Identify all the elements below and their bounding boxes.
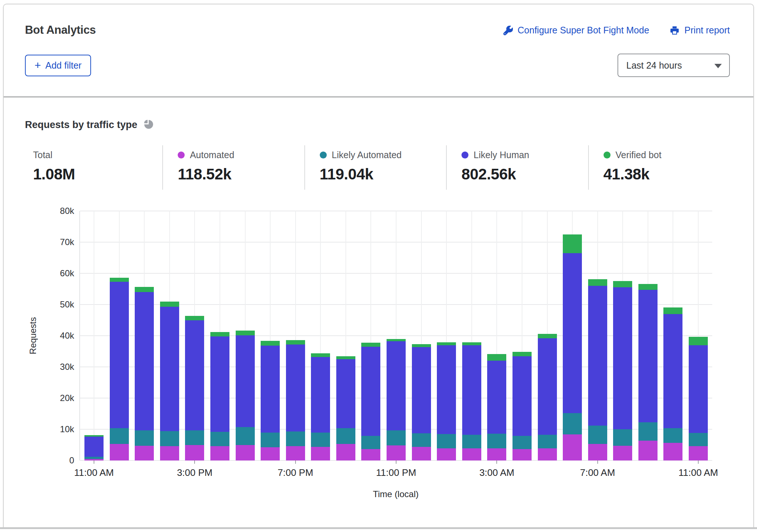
- bar-segment-likely-automated: [689, 433, 708, 446]
- requests-section: Requests by traffic type Total 1.08M Aut…: [4, 98, 753, 499]
- bar-7:00 PM: [286, 211, 305, 460]
- bar-5:00 AM: [538, 211, 557, 460]
- bar-segment-likely-human: [210, 336, 229, 432]
- bar-segment-verified-bot: [361, 343, 380, 347]
- stat-likely-automated: Likely Automated 119.04k: [304, 145, 446, 190]
- bar-segment-likely-automated: [638, 422, 658, 441]
- bar-segment-automated: [512, 449, 532, 460]
- bar-segment-likely-automated: [210, 432, 229, 446]
- bar-segment-verified-bot: [135, 287, 154, 292]
- stat-likely-human-label: Likely Human: [474, 150, 529, 160]
- bar-segment-automated: [563, 434, 582, 460]
- bar-3:00 AM: [487, 211, 506, 460]
- x-axis-title: Time (local): [79, 489, 712, 499]
- stat-verified-bot: Verified bot 41.38k: [588, 145, 730, 190]
- bar-segment-likely-automated: [135, 430, 154, 446]
- bar-1:00 PM: [135, 211, 154, 460]
- bar-segment-likely-human: [663, 314, 682, 428]
- y-axis-tick-label: 50k: [60, 299, 74, 310]
- bar-segment-verified-bot: [286, 340, 305, 345]
- time-range-dropdown[interactable]: Last 24 hours: [617, 54, 730, 77]
- plot-area: Requests 010k20k30k40k50k60k70k80k11:00 …: [79, 211, 712, 460]
- add-filter-label: Add filter: [46, 60, 82, 71]
- bar-segment-automated: [135, 446, 154, 460]
- stat-likely-human-value: 802.56k: [461, 165, 588, 183]
- bar-8:00 AM: [613, 211, 632, 460]
- bar-segment-likely-human: [286, 345, 305, 431]
- bar-segment-automated: [689, 446, 708, 460]
- bar-2:00 PM: [160, 211, 179, 460]
- bar-segment-verified-bot: [663, 307, 682, 314]
- bar-segment-automated: [663, 443, 682, 460]
- bar-segment-automated: [361, 449, 380, 460]
- print-report-link[interactable]: Print report: [670, 25, 730, 36]
- bar-segment-likely-automated: [487, 434, 506, 448]
- bar-11:00 PM: [387, 211, 406, 460]
- bar-segment-verified-bot: [236, 331, 255, 336]
- bar-segment-automated: [613, 446, 632, 460]
- bar-segment-likely-human: [437, 345, 456, 434]
- bar-segment-likely-human: [538, 338, 557, 435]
- bar-segment-likely-human: [563, 253, 582, 413]
- bar-segment-automated: [462, 448, 481, 460]
- y-axis-tick-label: 60k: [60, 268, 74, 278]
- likely-human-dot-icon: [461, 152, 468, 158]
- section-title: Requests by traffic type: [25, 119, 137, 131]
- bar-segment-likely-automated: [663, 428, 682, 443]
- configure-super-bot-fight-mode-link[interactable]: Configure Super Bot Fight Mode: [503, 25, 649, 36]
- stat-automated-value: 118.52k: [178, 165, 304, 183]
- y-axis-tick-label: 40k: [60, 331, 74, 341]
- bar-segment-likely-automated: [160, 431, 179, 446]
- bar-segment-verified-bot: [462, 342, 481, 346]
- bar-10:00 PM: [361, 211, 380, 460]
- bar-segment-likely-human: [512, 356, 532, 436]
- traffic-type-stats: Total 1.08M Automated 118.52k Likely Aut…: [25, 145, 730, 190]
- bar-segment-verified-bot: [563, 234, 582, 253]
- bar-segment-likely-human: [613, 287, 632, 429]
- x-axis-tick: [94, 460, 94, 464]
- plus-icon: +: [35, 61, 41, 69]
- bar-segment-automated: [236, 445, 255, 461]
- x-axis-tick-label: 3:00 AM: [479, 467, 514, 478]
- bar-1:00 AM: [437, 211, 456, 460]
- stat-likely-automated-value: 119.04k: [320, 165, 446, 183]
- bar-segment-likely-automated: [613, 429, 632, 446]
- x-axis-tick: [194, 460, 195, 464]
- x-axis-tick: [597, 460, 598, 464]
- bar-9:00 PM: [336, 211, 355, 460]
- bar-segment-likely-automated: [588, 426, 607, 444]
- bar-2:00 AM: [462, 211, 481, 460]
- bar-segment-automated: [110, 444, 129, 460]
- configure-link-label: Configure Super Bot Fight Mode: [518, 25, 649, 36]
- page-title: Bot Analytics: [25, 23, 96, 37]
- bar-segment-verified-bot: [487, 354, 506, 361]
- bar-segment-automated: [311, 447, 330, 460]
- bar-segment-likely-human: [261, 346, 280, 433]
- bar-segment-verified-bot: [613, 281, 632, 287]
- add-filter-button[interactable]: + Add filter: [25, 55, 91, 76]
- automated-dot-icon: [178, 152, 185, 158]
- bar-segment-automated: [487, 448, 506, 460]
- bar-segment-likely-automated: [538, 435, 557, 448]
- bar-segment-verified-bot: [689, 337, 708, 345]
- bar-segment-likely-automated: [110, 428, 129, 444]
- bar-segment-automated: [286, 446, 305, 460]
- bar-segment-likely-automated: [412, 433, 431, 447]
- header: Bot Analytics Configure Super Bot Fight …: [4, 4, 753, 77]
- bar-segment-automated: [160, 446, 179, 460]
- stat-total: Total 1.08M: [25, 145, 162, 190]
- bar-segment-likely-human: [110, 282, 129, 428]
- bar-segment-automated: [336, 444, 355, 460]
- stat-total-value: 1.08M: [33, 165, 162, 183]
- bar-9:00 AM: [638, 211, 658, 460]
- stat-likely-human: Likely Human 802.56k: [446, 145, 588, 190]
- bar-segment-likely-human: [412, 347, 431, 433]
- bar-segment-likely-human: [160, 307, 179, 431]
- bar-segment-likely-automated: [387, 430, 406, 445]
- bar-segment-verified-bot: [387, 339, 406, 342]
- printer-icon: [670, 25, 680, 35]
- bar-segment-likely-human: [689, 345, 708, 433]
- bar-segment-likely-automated: [437, 434, 456, 448]
- bar-segment-likely-human: [236, 335, 255, 427]
- verified-bot-dot-icon: [604, 152, 611, 158]
